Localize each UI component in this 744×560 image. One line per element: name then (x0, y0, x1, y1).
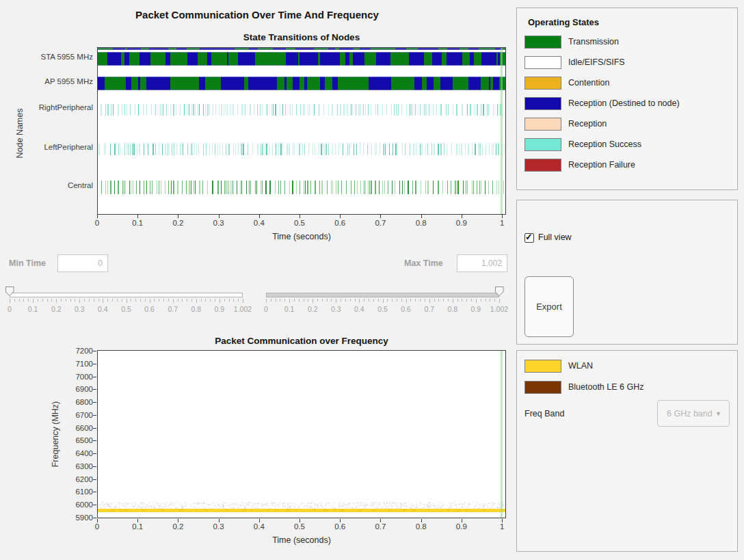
x-tick-mark (340, 215, 341, 218)
slider-tick-mark (238, 299, 239, 302)
slider-tick-mark (103, 299, 103, 303)
legend-swatch (524, 138, 561, 151)
legend-label: Reception (568, 119, 607, 129)
slider-tick-label: 0.2 (308, 305, 318, 313)
freq-communication-canvas (98, 351, 505, 518)
figure-title: Packet Communication Over Time And Frequ… (0, 9, 514, 21)
slider-tick-mark (369, 299, 369, 302)
slider-tick-label: 0.1 (28, 305, 38, 313)
slider-tick-mark (79, 299, 80, 303)
min-time-slider[interactable]: 00.10.20.30.40.50.60.70.80.91.002 (10, 286, 243, 315)
max-time-field[interactable]: 1.002 (457, 254, 507, 272)
slider-tick-mark (131, 299, 131, 302)
x-tick-mark (380, 215, 381, 218)
slider-tick-label: 0.9 (215, 305, 225, 313)
legend-swatch (524, 118, 561, 131)
slider-tick-label: 0.2 (51, 305, 62, 313)
slider-tick-mark (355, 299, 356, 302)
x-tick-label: 0 (95, 219, 99, 227)
x-tick-mark (421, 215, 422, 218)
x-tick-label: 0.9 (456, 219, 467, 227)
slider-tick-mark (345, 299, 346, 302)
slider-tick-mark (299, 299, 300, 302)
slider-tick-label: 1.002 (490, 305, 508, 313)
y-tick-mark (93, 479, 96, 480)
slider-tick-mark (168, 299, 169, 302)
slider-tick-mark (280, 299, 280, 302)
slider-tick-mark (117, 299, 118, 302)
slider-tick-mark (276, 299, 276, 302)
x-tick-mark (300, 215, 300, 218)
freq-legend-panel: WLANBluetooth LE 6 GHz Freq Band 6 GHz b… (516, 350, 738, 552)
x-tick-label: 0.3 (213, 522, 224, 531)
slider-track[interactable] (10, 293, 243, 297)
x-tick-mark (219, 215, 220, 218)
x-tick-label: 0.3 (213, 219, 224, 227)
slider-tick-mark (154, 299, 155, 302)
legend-swatch (524, 97, 561, 110)
slider-tick-mark (457, 299, 458, 302)
legend-label: Reception Failure (568, 160, 635, 170)
slider-tick-mark (499, 299, 500, 303)
x-tick-label: 0.6 (334, 219, 345, 227)
slider-tick-mark (89, 299, 90, 302)
slider-track[interactable] (266, 293, 499, 297)
slider-tick-mark (107, 299, 108, 302)
slider-tick-mark (14, 299, 15, 302)
slider-tick-mark (341, 299, 341, 302)
y-tick-label: 5900 (41, 514, 93, 522)
x-tick-mark (137, 215, 138, 218)
y-tick-mark (93, 377, 96, 377)
slider-tick-mark (289, 299, 290, 303)
x-tick-label: 0.9 (456, 522, 467, 531)
full-view-checkbox[interactable]: ✓ (524, 233, 534, 243)
slider-tick-mark (178, 299, 178, 302)
slider-tick-mark (33, 299, 34, 303)
legend-label: WLAN (568, 361, 593, 371)
x-tick-label: 0.2 (172, 522, 183, 531)
slider-tick-mark (462, 299, 462, 302)
export-button[interactable]: Export (524, 276, 574, 337)
slider-tick-mark (322, 299, 323, 302)
freq-band-dropdown[interactable]: 6 GHz band ▼ (657, 400, 730, 427)
slider-tick-mark (205, 299, 206, 302)
x-tick-mark (178, 215, 178, 218)
slider-tick-mark (317, 299, 318, 302)
slider-tick-mark (215, 299, 215, 302)
slider-tick-label: 0.3 (331, 305, 341, 313)
slider-tick-mark (127, 299, 127, 303)
legend-swatch (524, 77, 561, 90)
x-tick-mark (259, 215, 260, 218)
node-name-tick-label: RightPeripheral (0, 103, 93, 111)
max-time-slider[interactable]: 00.10.20.30.40.50.60.70.80.91.002 (266, 286, 499, 315)
legend-swatch (524, 56, 561, 69)
legend-swatch (524, 36, 561, 49)
state-chart-xlabel: Time (seconds) (97, 232, 506, 241)
slider-tick-mark (415, 299, 416, 302)
x-tick-label: 0.5 (294, 219, 305, 227)
slider-tick-mark (331, 299, 332, 302)
y-tick-label: 7200 (41, 347, 93, 355)
slider-tick-mark (410, 299, 411, 302)
operating-states-title: Operating States (528, 17, 599, 27)
y-tick-label: 6100 (41, 488, 93, 496)
y-tick-mark (93, 402, 96, 403)
min-time-field[interactable]: 0 (57, 254, 108, 272)
slider-tick-mark (150, 299, 150, 303)
min-time-label: Min Time (9, 258, 46, 268)
node-name-tick-label: STA 5955 MHz (0, 53, 93, 61)
legend-label: Idle/EIFS/SIFS (568, 57, 625, 67)
x-tick-label: 0.6 (334, 522, 345, 531)
slider-tick-mark (28, 299, 29, 302)
y-tick-mark (93, 389, 96, 390)
y-tick-label: 6400 (41, 449, 93, 457)
state-chart-title: State Transitions of Nodes (97, 32, 506, 42)
y-tick-mark (93, 428, 96, 429)
x-tick-label: 0 (95, 522, 99, 531)
freq-chart-xlabel: Time (seconds) (97, 535, 506, 545)
state-transitions-plot[interactable] (97, 47, 506, 215)
checkmark-icon: ✓ (525, 232, 533, 242)
slider-tick-mark (434, 299, 435, 302)
slider-tick-label: 0.6 (144, 305, 155, 313)
freq-communication-plot[interactable] (97, 350, 506, 518)
